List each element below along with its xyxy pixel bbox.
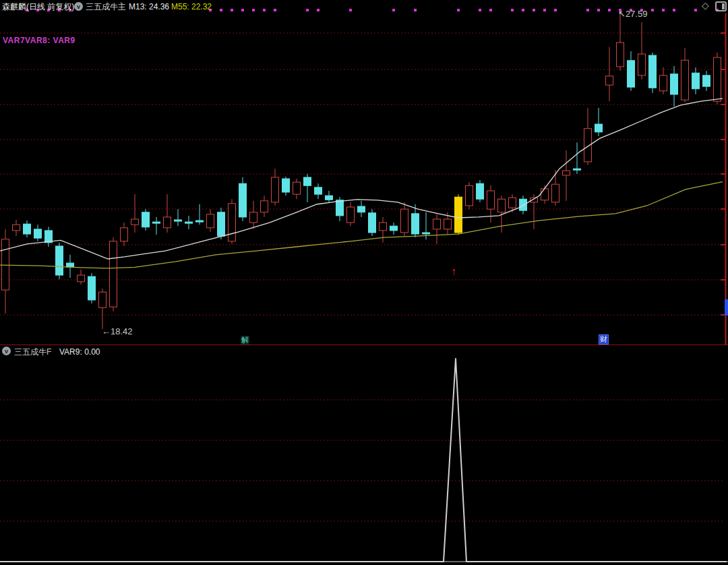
candle-body [164,217,171,228]
signal-dot [554,9,557,11]
signal-dot [274,9,276,11]
event-marker-report[interactable]: 财 [599,334,609,345]
candle-body [541,189,549,200]
ma-line-ma55 [0,182,723,268]
candle-body [444,219,452,229]
candle-body [34,229,42,238]
candle-body [131,219,139,225]
candle-body [584,129,592,162]
candle-body [282,179,290,192]
candle-body [552,184,559,202]
candle-body [99,292,107,307]
candle-body [121,228,128,241]
candle-body [433,219,441,229]
candle-body [380,222,387,231]
signal-dot [479,9,481,11]
candle-body [250,212,257,222]
signal-dot [392,9,395,11]
candle-body [175,220,182,221]
candle-body [78,275,85,282]
chevron-down-icon[interactable]: v [74,2,83,11]
signal-dot [317,9,320,11]
candle-body [509,198,516,208]
signal-dot [608,9,611,11]
candle-body [326,196,333,200]
var-formula-label: VAR7VAR8: VAR9 [3,36,75,44]
candle-body [681,60,689,100]
signal-dot [414,9,417,11]
signal-dot [489,9,492,11]
event-marker-unlock[interactable]: 解 [241,336,249,345]
low-price-annotation: ←18.42 [102,327,133,336]
candle-body [185,222,193,223]
var9-value-label: VAR9: 0.00 [59,348,100,356]
panel-split-icon-fill [722,3,725,9]
candle-body [218,212,225,236]
signal-dot [597,9,600,11]
candle-body [293,182,301,194]
panel-split-icon[interactable] [715,1,727,11]
scrollbar-thumb[interactable] [725,299,728,316]
signal-dot [252,9,255,11]
buy-signal-arrow-icon: ↑ [451,266,456,277]
signal-dot [662,9,665,11]
candle-body [261,201,268,212]
candle-body [207,214,214,228]
signal-dot [306,9,309,11]
candle-body [358,206,365,212]
candle-body [595,124,603,132]
ma13-value-label: M13: 24.36 [129,3,169,11]
candle-body [153,222,160,223]
candle-body [703,76,710,86]
ma55-value-label: M55: 22.32 [171,3,212,11]
chart-canvas[interactable] [0,0,728,565]
candle-body [628,61,635,87]
candle-body [347,207,355,222]
candle-body [369,213,376,233]
candle-body [401,209,408,233]
candle-body [142,212,150,227]
var9-spike-line [0,359,727,562]
stock-app-screen: { "header": { "title": "森麒麟(日线 前复权)", "i… [0,0,728,565]
signal-dot [543,9,546,11]
candle-body [239,183,247,217]
candle-body [272,177,279,202]
stock-title: 森麒麟(日线 前复权) [2,3,74,11]
candle-body [2,239,9,290]
candle-body [466,185,473,206]
candle-body [229,204,236,241]
candle-body [638,54,646,76]
signal-dot [241,9,244,11]
candle-body [498,199,506,212]
candle-body [423,233,430,234]
signal-dot [349,9,352,11]
signal-dot [220,9,222,11]
signal-dot [673,9,675,11]
candle-body [520,199,527,210]
candle-body [617,42,624,67]
candle-body [304,177,311,185]
main-indicator-name[interactable]: 三五成牛主 [86,3,126,11]
candle-body [110,241,117,307]
candle-body [390,226,398,231]
candle-body [315,187,322,194]
signal-dot [522,9,524,11]
candle-body [606,76,613,85]
candle-body [412,214,419,234]
candle-body [196,220,204,222]
signal-dot [231,9,233,11]
signal-dot [457,9,460,11]
sub-chevron-down-icon[interactable]: v [2,347,11,355]
candle-body [13,225,20,231]
candle-body [671,74,678,94]
candle-body [649,55,657,88]
signal-dot [586,9,589,11]
sub-indicator-name[interactable]: 三五成牛F [14,348,51,356]
candle-body [477,183,484,199]
candle-body [692,73,700,89]
signal-dot [511,9,514,11]
candle-body [24,224,31,234]
diamond-icon[interactable]: ◇ [702,1,709,10]
candle-body [336,200,344,216]
candle-body [563,171,570,175]
